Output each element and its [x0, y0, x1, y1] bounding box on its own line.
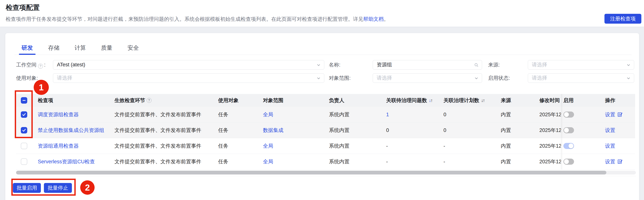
register-check-item-button[interactable]: 注册检查项: [604, 14, 641, 24]
cell-select: [16, 138, 38, 154]
cell-scope: 全局: [263, 154, 329, 169]
sort-arrows-icon[interactable]: ↓↑: [429, 98, 432, 103]
scope-link[interactable]: 全局: [263, 143, 273, 149]
row-checkbox[interactable]: [21, 158, 27, 165]
column-header-label: 负责人: [329, 97, 344, 104]
sort-desc-icon[interactable]: ↓: [481, 98, 483, 103]
tab-security[interactable]: 安全: [128, 41, 139, 54]
cell-target: 任务: [218, 107, 263, 122]
check-item-name-link[interactable]: 调度资源组检查器: [38, 111, 79, 118]
row-checkbox[interactable]: [21, 143, 27, 149]
toggle-knob: [564, 128, 569, 133]
table-row: Serverless资源组CU检查文件提交前置事件、文件发布前置事件任务全局系统…: [16, 154, 635, 170]
cell-issues: -: [386, 138, 444, 154]
column-header-modified: 修改时间: [540, 94, 561, 107]
settings-link[interactable]: 设置: [605, 143, 615, 149]
chevron-down-icon: [316, 76, 321, 81]
chevron-down-icon: [626, 76, 631, 81]
check-item-name-link[interactable]: 禁止使用数据集成公共资源组: [38, 127, 104, 134]
check-item-name-link[interactable]: 资源组通用检查器: [38, 143, 79, 149]
column-header-label: 关联治理计划数: [444, 97, 479, 104]
table-row: 调度资源组检查器文件提交前置事件、文件发布前置事件任务全局系统内置10内置202…: [16, 107, 635, 123]
cell-owner: 系统内置: [329, 138, 386, 154]
scope-select[interactable]: 请选择: [373, 73, 482, 83]
cell-source: 内置: [501, 154, 540, 169]
cell-plans: -: [444, 154, 501, 169]
page-description: 检查项作用于任务发布提交等环节，对问题进行拦截，来预防治理问题的引入。系统会根据…: [6, 16, 389, 22]
help-doc-link[interactable]: 帮助文档: [363, 16, 384, 22]
workspace-label: 工作空间?:: [16, 60, 46, 70]
column-header-issues: 关联待治理问题数↓↑: [386, 94, 444, 107]
chevron-down-icon: [626, 63, 631, 67]
name-search-input[interactable]: 资源组: [373, 60, 482, 70]
toggle-knob: [564, 159, 569, 164]
cell-target: 任务: [218, 154, 263, 169]
settings-link[interactable]: 设置: [605, 158, 615, 165]
cell-source: 内置: [501, 107, 540, 122]
status-label: 启用状态:: [488, 73, 510, 83]
source-label: 来源:: [488, 60, 500, 70]
table-header-row: 检查项生效检查环节?使用对象对象范围负责人关联待治理问题数↓↑关联治理计划数↓↑…: [16, 94, 635, 107]
cell-enabled: [561, 123, 602, 138]
cell-actions: 设置: [602, 138, 635, 154]
document-edit-icon[interactable]: [617, 159, 623, 165]
scope-link[interactable]: 数据集成: [263, 127, 284, 134]
enable-toggle[interactable]: [564, 127, 574, 133]
status-select[interactable]: 请选择: [528, 73, 634, 83]
tab-compute[interactable]: 计算: [74, 41, 86, 54]
target-select[interactable]: 请选择: [53, 73, 324, 83]
tab-quality[interactable]: 质量: [101, 41, 112, 54]
check-item-name-link[interactable]: Serverless资源组CU检查: [38, 158, 95, 165]
toggle-knob: [568, 144, 574, 148]
cell-modified: 2025年12月: [540, 107, 561, 122]
column-header-owner: 负责人: [329, 94, 386, 107]
cell-enabled: [561, 107, 602, 122]
column-header-label: 关联待治理问题数: [386, 97, 427, 104]
column-header-target: 使用对象: [218, 94, 263, 107]
check-items-table: 检查项生效检查环节?使用对象对象范围负责人关联待治理问题数↓↑关联治理计划数↓↑…: [16, 94, 635, 170]
cell-target: 任务: [218, 138, 263, 154]
document-edit-icon[interactable]: [617, 112, 623, 117]
cell-modified: 2025年12月: [540, 123, 561, 138]
workspace-select[interactable]: ATest (atest): [53, 60, 324, 70]
column-header-label: 使用对象: [218, 97, 238, 104]
cell-issues: 0: [386, 123, 444, 138]
column-header-label: 修改时间: [540, 97, 560, 104]
settings-link[interactable]: 设置: [605, 111, 615, 118]
sort-arrows-icon[interactable]: ↓↑: [481, 98, 484, 103]
sort-desc-icon[interactable]: ↓: [429, 98, 430, 103]
column-header-plans: 关联治理计划数↓↑: [444, 94, 501, 107]
cell-source: 内置: [501, 123, 540, 138]
scope-link[interactable]: 全局: [263, 111, 273, 118]
column-header-label: 操作: [605, 97, 615, 104]
cell-issues: -: [386, 154, 444, 169]
settings-link[interactable]: 设置: [605, 127, 615, 134]
cell-stages: 文件提交前置事件、文件发布前置事件: [114, 123, 218, 138]
source-select[interactable]: 请选择: [528, 60, 634, 70]
chevron-down-icon: [316, 63, 321, 67]
cell-issues: 1: [386, 107, 444, 122]
cell-modified: 2025年12月: [540, 138, 561, 154]
tabs-divider: [14, 55, 632, 55]
sort-asc-icon[interactable]: ↑: [483, 98, 484, 103]
annotation-step-2: 2: [80, 180, 94, 195]
enable-toggle[interactable]: [564, 112, 574, 118]
horizontal-scrollbar-thumb[interactable]: [16, 171, 606, 175]
tab-storage[interactable]: 存储: [48, 41, 60, 54]
enable-toggle[interactable]: [564, 159, 574, 165]
table-body: 调度资源组检查器文件提交前置事件、文件发布前置事件任务全局系统内置10内置202…: [16, 107, 635, 170]
cell-stages: 文件提交前置事件、文件发布前置事件: [114, 138, 218, 154]
annotation-step-1: 1: [34, 80, 49, 95]
cell-scope: 全局: [263, 138, 329, 154]
chevron-down-icon: [474, 76, 479, 81]
table-row: 资源组通用检查器文件提交前置事件、文件发布前置事件任务全局系统内置--内置202…: [16, 138, 635, 154]
enable-toggle[interactable]: [564, 143, 574, 149]
scope-link[interactable]: 全局: [263, 158, 273, 165]
cell-target: 任务: [218, 123, 263, 138]
cell-name: Serverless资源组CU检查: [38, 154, 114, 169]
issues-count-link[interactable]: 1: [386, 112, 389, 118]
cell-plans: 0: [444, 123, 501, 138]
tab-dev[interactable]: 研发: [22, 41, 33, 54]
sort-asc-icon[interactable]: ↑: [430, 98, 432, 103]
column-header-label: 启用: [564, 97, 574, 104]
